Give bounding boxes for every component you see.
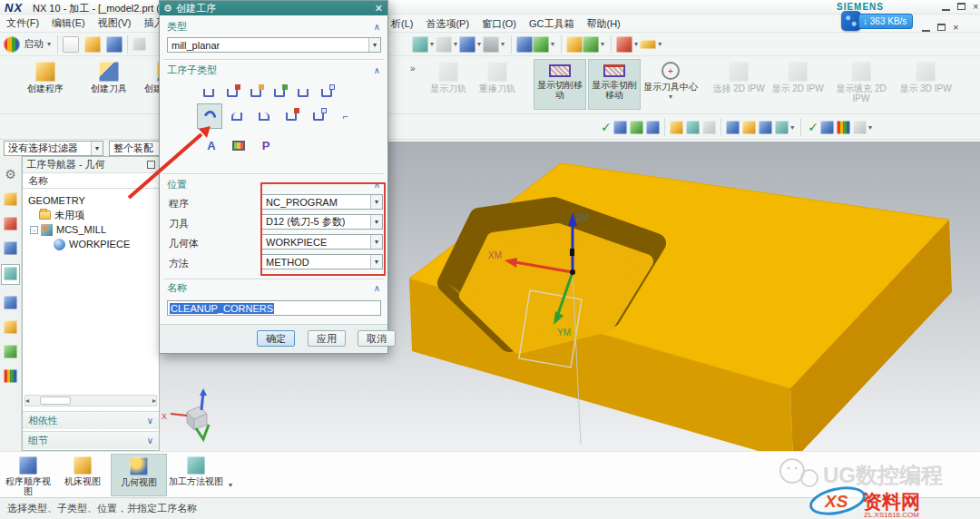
menu-file[interactable]: 文件(F) [0, 16, 45, 30]
details-section-header[interactable]: 细节 ∨ [23, 431, 159, 449]
show-noncutting-moves-button[interactable]: 显示非切削移动 [588, 59, 641, 110]
operation-name-field[interactable]: CLEANUP_CORNERS [167, 300, 381, 316]
collapse-expander-icon[interactable]: - [30, 226, 38, 234]
scroll-right-icon[interactable]: ▸ [152, 397, 156, 405]
minimize-icon[interactable] [942, 9, 950, 11]
geometry-dropdown[interactable]: WORKPIECE ▾ [261, 234, 383, 250]
toolbar-icon[interactable] [702, 121, 716, 134]
tree-row-unused[interactable]: 未用项 [23, 208, 159, 222]
tree-row-geometry[interactable]: GEOMETRY [23, 193, 159, 208]
render-style-icon[interactable] [436, 36, 452, 53]
roller-gear-icon[interactable]: ⚙ [5, 167, 16, 181]
menu-gc-toolbox[interactable]: GC工具箱 [523, 17, 581, 31]
type-section-header[interactable]: 类型 ∧ [160, 19, 387, 34]
select-2d-ipw-button[interactable]: 选择 2D IPW [712, 59, 765, 110]
create-tool-button[interactable]: 创建刀具 [80, 59, 138, 110]
menu-window[interactable]: 窗口(O) [475, 17, 523, 31]
create-program-button[interactable]: 创建程序 [16, 59, 74, 110]
tab-machining-method-view[interactable]: 加工方法视图 [169, 454, 223, 496]
subtype-icon-face-milling-manual[interactable] [270, 83, 289, 103]
save-icon[interactable] [106, 36, 122, 53]
tree-row-mcs-mill[interactable]: - MCS_MILL [23, 222, 159, 237]
doc-minimize-icon[interactable] [922, 30, 930, 32]
scroll-left-icon[interactable]: ◂ [25, 397, 29, 405]
doc-restore-icon[interactable] [937, 24, 946, 31]
horizontal-scrollbar[interactable]: ◂ ▸ [24, 395, 157, 406]
measure-icon[interactable] [583, 36, 599, 53]
machine-tool-navigator-icon[interactable] [4, 296, 17, 309]
toolbar-icon[interactable] [686, 121, 700, 134]
show-2d-ipw-button[interactable]: 显示 2D IPW [770, 59, 825, 110]
dialog-titlebar[interactable]: ⚙ 创建工序 ✕ [160, 1, 387, 15]
flag-icon[interactable] [670, 121, 683, 134]
subtype-icon-planar-text[interactable]: A [201, 135, 221, 155]
verify-icon[interactable]: ✓ [808, 120, 818, 134]
open-file-icon[interactable] [84, 36, 101, 53]
tool-center-caret-icon[interactable]: ▾ [669, 92, 672, 102]
show-tool-center-button[interactable]: + 显示刀具中心 ▾ [642, 59, 699, 110]
tabs-overflow-caret-icon[interactable]: ▾ [229, 481, 232, 489]
spray-caret-icon[interactable]: ▾ [634, 40, 638, 48]
constraint-navigator-icon[interactable] [4, 217, 17, 230]
show-filled-2d-ipw-button[interactable]: 显示填充 2D IPW [830, 59, 892, 110]
program-dropdown[interactable]: NC_PROGRAM ▾ [261, 194, 383, 210]
tree-row-workpiece[interactable]: WORKPIECE [23, 237, 159, 251]
render-style-caret-icon[interactable]: ▾ [454, 40, 457, 48]
toolbar-icon[interactable] [630, 121, 643, 134]
selection-filter-dropdown[interactable]: 没有选择过滤器 ▾ [4, 141, 103, 156]
location-section-header[interactable]: 位置 ∧ [160, 177, 387, 191]
show-cutting-moves-button[interactable]: 显示切削移动 [534, 59, 586, 110]
tab-geometry-view[interactable]: 几何视图 [111, 454, 167, 496]
replay-toolpath-button[interactable]: 重播刀轨 [474, 59, 521, 110]
show-3d-ipw-button[interactable]: 显示 3D IPW [897, 59, 954, 110]
toolbar-icon[interactable] [742, 121, 756, 134]
menu-preferences[interactable]: 首选项(P) [419, 17, 475, 31]
dialog-close-icon[interactable]: ✕ [375, 3, 383, 15]
scrollbar-thumb[interactable] [40, 397, 71, 405]
start-caret-icon[interactable]: ▾ [47, 40, 51, 48]
toolbar-overflow-chevron[interactable]: » [410, 64, 416, 73]
assembly-navigator-icon[interactable] [4, 192, 17, 206]
tool-dropdown[interactable]: D12 (铣刀-5 参数) ▾ [261, 214, 383, 230]
subtype-icon-floor-wall-ipw[interactable] [222, 83, 242, 103]
menu-edit[interactable]: 编辑(E) [45, 16, 92, 30]
toolbar-icon[interactable] [613, 121, 627, 134]
orient-view-caret-icon[interactable]: ▾ [477, 40, 481, 48]
ruler-caret-icon[interactable]: ▾ [658, 40, 662, 48]
type-dropdown[interactable]: mill_planar ▾ [167, 37, 381, 53]
navigator-column-header[interactable]: 名称 [23, 173, 159, 189]
toolbar-icon[interactable] [820, 121, 834, 134]
tab-program-order-view[interactable]: 程序顺序视图 [2, 454, 54, 496]
reuse-library-icon[interactable] [4, 320, 17, 334]
apply-button[interactable]: 应用 [308, 330, 346, 347]
show-toolpath-button[interactable]: 显示刀轨 [425, 59, 472, 110]
background-caret-icon[interactable]: ▾ [501, 40, 505, 48]
menu-analysis[interactable]: 析(L) [385, 17, 419, 31]
toolbar-icon[interactable] [837, 121, 850, 134]
spray-icon[interactable] [616, 36, 632, 53]
menu-view[interactable]: 视图(V) [92, 16, 138, 30]
subtype-icon-floor-wall[interactable] [199, 83, 219, 103]
toolbar-icon[interactable] [646, 121, 660, 134]
fit-view-icon[interactable] [412, 36, 428, 53]
toolbar-icon[interactable] [775, 121, 789, 134]
start-menu-label[interactable]: 启动 [24, 37, 44, 51]
subtype-icon-mill-control[interactable] [229, 135, 249, 155]
datum-plane-icon[interactable] [516, 36, 533, 53]
cut-icon[interactable] [132, 37, 146, 51]
subtype-icon-face-milling[interactable] [246, 83, 266, 103]
axes-icon[interactable] [853, 121, 867, 134]
subtype-icon-mill-user[interactable]: P [256, 135, 276, 155]
operation-navigator-icon[interactable] [1, 264, 20, 285]
subtype-icon-finish-walls[interactable] [227, 106, 247, 126]
subtype-icon-hole-milling[interactable] [309, 106, 328, 126]
float-panel-icon[interactable] [147, 161, 155, 169]
ok-button[interactable]: 确定 [257, 330, 295, 347]
measure-caret-icon[interactable]: ▾ [601, 40, 604, 48]
menu-help[interactable]: 帮助(H) [581, 17, 627, 31]
doc-close-icon[interactable]: × [953, 23, 958, 32]
subtype-section-header[interactable]: 工序子类型 ∧ [160, 63, 387, 77]
hd3d-tools-icon[interactable] [4, 345, 17, 358]
subtype-icon-thread-milling[interactable]: ⌐ [336, 106, 356, 126]
toolbar-icon[interactable] [726, 121, 740, 134]
